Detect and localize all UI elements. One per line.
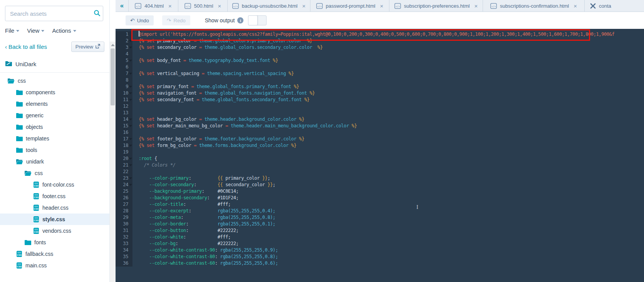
code-line-6[interactable]: 6 (116, 64, 644, 70)
fold-arrow-icon[interactable] (129, 118, 132, 120)
menu-actions[interactable]: Actions (52, 27, 76, 34)
code-line-29[interactable]: 29 --color-meta: rgba(255,255,255,0.8); (116, 214, 644, 221)
code-line-17[interactable]: 17{% set footer_bg_color = theme.footer.… (116, 136, 644, 142)
menu-file[interactable]: File (5, 27, 19, 34)
code-line-16[interactable]: 16 (116, 129, 644, 136)
fold-arrow-icon[interactable] (129, 158, 132, 160)
theme-root-row[interactable]: UniDark (5, 60, 104, 68)
code-line-31[interactable]: 31 --color-button: #222222; (116, 227, 644, 234)
tree-item-vendors-css[interactable]: CSSvendors.css (0, 225, 109, 237)
code-line-11[interactable]: 11{% set secondary_font = theme.global_f… (116, 97, 644, 103)
tree-item-generic[interactable]: generic (0, 110, 109, 121)
tree-item-font-color-css[interactable]: CSSfont-color.css (0, 179, 109, 190)
code-line-30[interactable]: 30 --color-border: rgba(255,255,255,0.1)… (116, 221, 644, 227)
tab-500-html[interactable]: </>500.html× (178, 0, 228, 12)
code-line-20[interactable]: 20:root { (116, 155, 644, 162)
close-icon[interactable]: × (380, 3, 383, 9)
tab-subscription-preferences-html[interactable]: </>subscription-preferences.html× (389, 0, 483, 12)
info-icon[interactable]: i (237, 17, 243, 23)
code-line-1[interactable]: 1@import url('https://fonts.googleapis.c… (116, 31, 644, 38)
code-line-33[interactable]: 33 --color-bg: #222222; (116, 240, 644, 247)
code-line-9[interactable]: 9{% set primary_font = theme.global_font… (116, 83, 644, 90)
tree-item-unidark[interactable]: unidark (0, 156, 109, 167)
code-line-2[interactable]: 2{% set primary_color = theme.global_col… (116, 38, 644, 44)
code-line-25[interactable]: 25 --background-primary: #0C0E14; (116, 188, 644, 195)
back-to-all-files-link[interactable]: ‹Back to all files (5, 43, 47, 50)
code-line-8[interactable]: 8 (116, 77, 644, 83)
close-icon[interactable]: × (218, 3, 221, 9)
code-line-12[interactable]: 12 (116, 103, 644, 110)
search-input[interactable] (5, 6, 103, 21)
code-line-23[interactable]: 23 --color-primary: {{ primary_color }}; (116, 175, 644, 182)
fold-arrow-icon[interactable] (129, 138, 132, 140)
fold-arrow-icon[interactable] (129, 47, 132, 48)
tab-password-prompt-html[interactable]: </>password-prompt.html× (310, 0, 389, 12)
code-line-13[interactable]: 13 (116, 110, 644, 116)
fold-arrow-icon[interactable] (129, 99, 132, 101)
tree-item-fonts[interactable]: fonts (0, 237, 109, 248)
tree-item-fallback-css[interactable]: CSSfallback.css (0, 248, 109, 260)
close-icon[interactable]: × (474, 3, 478, 9)
close-icon[interactable]: × (574, 3, 577, 9)
code-line-18[interactable]: 18{% set form_bg_color = theme.forms.bac… (116, 142, 644, 149)
fold-arrow-icon[interactable] (129, 125, 132, 127)
tree-item-templates[interactable]: templates (0, 133, 109, 144)
scrollbar-thumb[interactable] (111, 48, 115, 105)
tree-item-style-css[interactable]: CSSstyle.css (0, 214, 109, 225)
close-icon[interactable]: × (168, 3, 172, 9)
code-line-19[interactable]: 19 (116, 149, 644, 155)
css-file-icon: CSS (33, 205, 39, 211)
tab-partial[interactable]: conta (585, 0, 644, 12)
code-line-21[interactable]: 21 /* Colors */ (116, 162, 644, 169)
fold-arrow-icon[interactable] (129, 92, 132, 94)
tree-item-components[interactable]: components (0, 87, 109, 98)
fold-arrow-icon[interactable] (129, 73, 132, 75)
tree-item-objects[interactable]: objects (0, 121, 109, 133)
code-line-15[interactable]: 15{% set header_main_menu_bg_color = the… (116, 123, 644, 129)
menu-view[interactable]: View (27, 27, 44, 34)
toggle-knob[interactable] (248, 15, 258, 25)
preview-button[interactable]: Preview (71, 42, 104, 52)
close-icon[interactable]: × (302, 3, 305, 9)
tree-item-tools[interactable]: tools (0, 144, 109, 156)
code-editor[interactable]: 1@import url('https://fonts.googleapis.c… (116, 29, 644, 282)
code-line-4[interactable]: 4 (116, 51, 644, 57)
tree-item-header-css[interactable]: CSSheader.css (0, 202, 109, 214)
tab-subscriptions-confirmation-html[interactable]: </>subscriptions-confirmation.html× (483, 0, 585, 12)
collapse-tabs-button[interactable]: « (116, 0, 129, 12)
tree-item-footer-css[interactable]: CSSfooter.css (0, 190, 109, 202)
code-line-35[interactable]: 35 --color-white-contrast-80: rgba(255,2… (116, 254, 644, 260)
fold-arrow-icon[interactable] (129, 164, 132, 166)
show-output-toggle[interactable] (248, 15, 267, 25)
tree-item-css[interactable]: css (0, 167, 109, 179)
code-line-36[interactable]: 36 --color-white-contrast-60: rgba(255,2… (116, 260, 644, 267)
code-line-28[interactable]: 28 --color-excerpt: rgba(255,255,255,0.4… (116, 208, 644, 214)
code-line-14[interactable]: 14{% set header_bg_color = theme.header.… (116, 116, 644, 123)
scroll-up-arrow-icon[interactable] (111, 44, 115, 46)
fold-arrow-icon[interactable] (129, 40, 132, 42)
tree-item-elements[interactable]: elements (0, 98, 109, 110)
code-line-27[interactable]: 27 --color-title: #fff; (116, 201, 644, 208)
tree-item-main-css[interactable]: CSSmain.css (0, 260, 109, 271)
code-line-7[interactable]: 7{% set vertical_spacing = theme.spacing… (116, 70, 644, 77)
undo-button[interactable]: ↶ Undo (126, 15, 154, 25)
code-line-26[interactable]: 26 --background-secondary: #1D1F24; (116, 195, 644, 201)
tab-404-html[interactable]: </>404.html× (129, 0, 178, 12)
search-icon[interactable] (94, 10, 101, 18)
fold-arrow-icon[interactable] (129, 184, 132, 186)
code-line-10[interactable]: 10{% set navigation_font = theme.global_… (116, 90, 644, 97)
tree-item-css[interactable]: css (0, 75, 109, 87)
fold-arrow-icon[interactable] (129, 145, 132, 147)
code-line-32[interactable]: 32 --color-white: #fff; (116, 234, 644, 240)
tab-backup-unsubscribe-html[interactable]: </>backup-unsubscribe.html× (228, 0, 310, 12)
code-line-22[interactable]: 22 (116, 169, 644, 175)
fold-arrow-icon[interactable] (129, 177, 132, 179)
fold-arrow-icon[interactable] (129, 60, 132, 62)
fold-arrow-icon[interactable] (129, 86, 132, 88)
redo-button[interactable]: ↷ Redo (162, 15, 190, 25)
code-line-34[interactable]: 34 --color-white-contrast-90: rgba(255,2… (116, 247, 644, 254)
code-line-5[interactable]: 5{% set body_font = theme.typography.bod… (116, 57, 644, 64)
sidebar-scrollbar[interactable] (110, 42, 116, 282)
code-line-3[interactable]: 3{% set secondary_color = theme.global_c… (116, 44, 644, 51)
code-line-24[interactable]: 24 --color-secondary: {{ secondary_color… (116, 182, 644, 188)
